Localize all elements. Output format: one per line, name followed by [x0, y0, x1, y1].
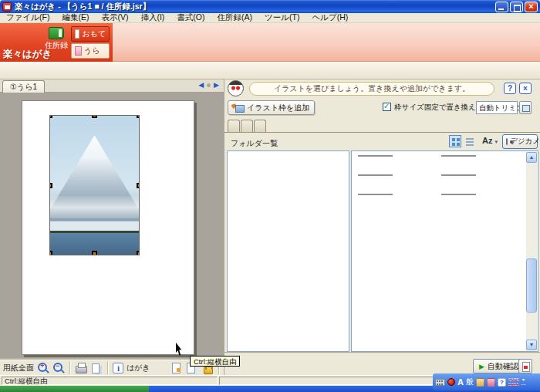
tree-item[interactable]: [228, 181, 349, 191]
panel-close-button[interactable]: ×: [519, 83, 532, 94]
ime-help-icon[interactable]: ?: [498, 378, 506, 387]
next-page-icon[interactable]: ▶: [214, 81, 219, 89]
menu-item[interactable]: 住所録(A): [211, 12, 259, 23]
tree-item[interactable]: [228, 314, 349, 323]
page-tab[interactable]: ①うら1: [2, 80, 45, 93]
placed-photo-fuji[interactable]: [49, 115, 140, 255]
tree-item[interactable]: [228, 238, 349, 248]
trimming-mode-field[interactable]: 自動トリミング: [476, 101, 518, 114]
tree-item[interactable]: [228, 210, 349, 219]
toolbar-item[interactable]: [287, 34, 307, 51]
prev-page-icon[interactable]: ◀: [198, 81, 204, 89]
selection-handle[interactable]: [92, 251, 97, 255]
tree-item[interactable]: [228, 228, 349, 238]
toolbar-item[interactable]: [136, 34, 156, 51]
thumbnail-cell[interactable]: [356, 154, 440, 173]
photo-thumbnail[interactable]: [441, 174, 476, 176]
menu-item[interactable]: 挿入(I): [134, 12, 170, 23]
list-view-icon[interactable]: [464, 135, 476, 147]
toolbar-item[interactable]: [157, 34, 177, 51]
thumbnail-cell[interactable]: [440, 192, 523, 211]
auto-confirm-button[interactable]: ▶ 自動確認: [473, 359, 525, 373]
canvas-workspace[interactable]: [0, 93, 224, 360]
thumbnail-scrollbar[interactable]: ▲ ▼: [526, 152, 537, 350]
ime-icon[interactable]: [447, 378, 455, 386]
sort-button[interactable]: Az ▾: [482, 136, 498, 145]
new-page-icon[interactable]: [170, 362, 183, 374]
scroll-up-icon[interactable]: ▲: [526, 152, 537, 163]
photo-thumbnail[interactable]: [441, 155, 476, 157]
toolbar-item[interactable]: [373, 34, 393, 51]
source-tab[interactable]: [228, 120, 240, 132]
toolbar-item[interactable]: [114, 34, 134, 51]
photo-thumbnail[interactable]: [358, 174, 393, 176]
trimming-mode-button[interactable]: [519, 101, 532, 114]
tree-item[interactable]: [228, 248, 349, 257]
taskbar-window-segment[interactable]: [0, 386, 149, 392]
toolbar-item[interactable]: [179, 34, 199, 51]
ime-pad-icon[interactable]: [487, 378, 495, 387]
zoom-out-icon[interactable]: [52, 362, 65, 374]
photo-thumbnail[interactable]: [358, 155, 393, 157]
tree-item[interactable]: [228, 191, 349, 200]
menu-item[interactable]: 表示(V): [95, 12, 134, 23]
back-side-tab[interactable]: うら: [71, 43, 110, 59]
selection-handle[interactable]: [49, 183, 52, 188]
tree-item[interactable]: [228, 286, 349, 295]
selection-handle[interactable]: [49, 115, 52, 118]
source-tab[interactable]: [254, 120, 266, 132]
multi-page-icon[interactable]: [90, 362, 103, 374]
digital-camera-button[interactable]: デジカメ: [502, 134, 538, 149]
add-illustration-frame-button[interactable]: イラスト枠を追加: [228, 100, 315, 115]
menu-item[interactable]: ツール(T): [258, 12, 305, 23]
selection-handle[interactable]: [137, 115, 140, 118]
close-button[interactable]: ×: [525, 2, 538, 12]
toolbar-item[interactable]: [309, 34, 329, 51]
fixed-size-checkbox[interactable]: [383, 103, 391, 111]
toolbar-item[interactable]: [201, 34, 221, 51]
conversion-mode-label[interactable]: 般: [466, 377, 474, 387]
thumbnail-cell[interactable]: [440, 173, 523, 192]
tree-item[interactable]: [228, 267, 349, 276]
input-mode-label[interactable]: A: [457, 377, 464, 387]
toolbar-item[interactable]: [395, 34, 415, 51]
source-tab[interactable]: [241, 120, 253, 132]
tree-item[interactable]: [228, 305, 349, 314]
postcard-page[interactable]: [22, 100, 194, 355]
info-icon[interactable]: [113, 363, 123, 373]
menu-item[interactable]: 編集(E): [56, 12, 95, 23]
tree-item[interactable]: [228, 323, 349, 333]
panel-help-button[interactable]: ?: [504, 83, 516, 94]
thumbnail-cell[interactable]: [440, 154, 523, 173]
toolbar-item[interactable]: [244, 34, 264, 51]
thumbnail-cell[interactable]: [356, 192, 440, 211]
toolbar-item[interactable]: [417, 34, 437, 51]
tree-item[interactable]: [228, 276, 349, 286]
menu-item[interactable]: ファイル(F): [0, 12, 56, 23]
photo-thumbnail[interactable]: [441, 194, 476, 195]
print-preview-icon[interactable]: [75, 362, 87, 374]
tree-item[interactable]: [228, 257, 349, 266]
menu-item[interactable]: ヘルプ(H): [305, 12, 354, 23]
tree-item[interactable]: [228, 162, 349, 171]
zoom-in-icon[interactable]: [37, 362, 49, 374]
fit-page-button[interactable]: 用紙全面: [3, 363, 34, 373]
toolbar-item[interactable]: [265, 34, 285, 51]
grid-view-icon[interactable]: [449, 135, 461, 147]
tree-item[interactable]: [228, 172, 349, 181]
front-side-tab[interactable]: おもて: [71, 26, 110, 42]
tree-item[interactable]: [228, 219, 349, 228]
toolbar-item[interactable]: [330, 34, 350, 51]
recheck-button[interactable]: [518, 359, 532, 373]
photo-thumbnail[interactable]: [358, 194, 393, 195]
selection-handle[interactable]: [137, 251, 140, 255]
scroll-down-icon[interactable]: ▼: [526, 340, 537, 350]
langbar-controls[interactable]: ▾ —: [521, 378, 526, 387]
address-book-button[interactable]: 住所録: [43, 26, 69, 59]
tree-item[interactable]: [228, 343, 349, 352]
tree-item[interactable]: [228, 333, 349, 343]
toolbar-item[interactable]: [222, 34, 242, 51]
tree-item[interactable]: [228, 153, 349, 162]
selection-handle[interactable]: [92, 115, 97, 118]
keyboard-icon[interactable]: [435, 379, 445, 386]
